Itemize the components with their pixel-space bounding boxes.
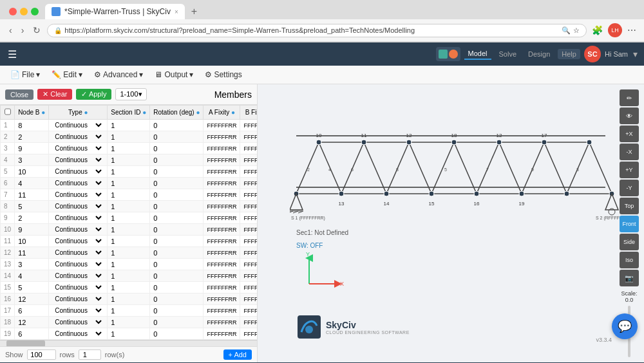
star-icon[interactable]: ☆ <box>573 26 580 35</box>
type-cell[interactable]: Continuous <box>49 189 108 201</box>
type-cell[interactable]: Continuous <box>49 154 108 166</box>
type-select[interactable]: Continuous <box>52 272 104 280</box>
type-cell[interactable]: Continuous <box>49 317 108 328</box>
nodeb-cell: 12 <box>15 317 49 328</box>
tab-design[interactable]: Design <box>524 49 554 59</box>
type-cell[interactable]: Continuous <box>49 305 108 317</box>
type-select[interactable]: Continuous <box>52 306 104 315</box>
type-select[interactable]: Continuous <box>52 260 104 268</box>
settings-btn[interactable]: ⚙ Settings <box>200 68 247 81</box>
bfixity-cell: FFFFFFRR <box>240 120 257 131</box>
forward-btn[interactable]: › <box>19 24 27 37</box>
type-cell[interactable]: Continuous <box>49 166 108 178</box>
type-select[interactable]: Continuous <box>52 167 104 176</box>
minus-y-btn[interactable]: -Y <box>620 180 639 196</box>
svg-point-39 <box>406 140 412 145</box>
side-btn[interactable]: Side <box>620 234 639 250</box>
afixity-cell: FFFFFFRR <box>204 178 240 189</box>
camera-btn[interactable]: 📷 <box>620 270 639 286</box>
type-select[interactable]: Continuous <box>52 318 104 326</box>
top-btn[interactable]: Top <box>620 198 639 214</box>
apply-btn[interactable]: ✓ Apply <box>76 89 111 100</box>
type-cell[interactable]: Continuous <box>49 224 108 236</box>
tab-model[interactable]: Model <box>464 48 491 60</box>
bfixity-cell: FFFFFFRR <box>240 247 257 259</box>
edit-icon: ✏️ <box>52 70 61 79</box>
close-btn[interactable]: Close <box>5 89 33 100</box>
members-table-wrapper[interactable]: Node B ● Type ● Section ID ● Rotation (d… <box>0 105 257 340</box>
nodeb-cell: 10 <box>15 166 49 178</box>
type-cell[interactable]: Continuous <box>49 328 108 340</box>
table-row: 92Continuous10FFFFFFRRFFFFFFRR0,0,0 <box>1 212 258 224</box>
col-type: Type ● <box>49 106 108 120</box>
type-cell[interactable]: Continuous <box>49 259 108 270</box>
edit-menu-btn[interactable]: ✏️ Edit ▾ <box>46 68 88 81</box>
dot-red[interactable] <box>9 8 17 15</box>
type-select[interactable]: Continuous <box>52 330 104 338</box>
type-select[interactable]: Continuous <box>52 156 104 164</box>
type-select[interactable]: Continuous <box>52 283 104 292</box>
plus-y-btn[interactable]: +Y <box>620 162 639 178</box>
rows-per-page-input[interactable]: 100 <box>27 349 56 360</box>
advanced-menu-btn[interactable]: ⚙ Advanced ▾ <box>89 68 148 81</box>
type-cell[interactable]: Continuous <box>49 143 108 154</box>
type-select[interactable]: Continuous <box>52 248 104 257</box>
iso-btn[interactable]: Iso <box>620 252 639 268</box>
menu-btn[interactable]: ⋯ <box>626 24 638 37</box>
refresh-btn[interactable]: ↻ <box>30 24 43 37</box>
type-select[interactable]: Continuous <box>52 295 104 303</box>
horizontal-scrollbar[interactable] <box>0 340 257 346</box>
type-cell[interactable]: Continuous <box>49 282 108 293</box>
type-cell[interactable]: Continuous <box>49 236 108 247</box>
type-select[interactable]: Continuous <box>52 133 104 141</box>
select-all-checkbox[interactable] <box>5 107 11 116</box>
type-cell[interactable]: Continuous <box>49 178 108 189</box>
page-number-input[interactable]: 1 <box>79 349 101 360</box>
range-badge[interactable]: 1-100▾ <box>115 88 146 100</box>
type-cell[interactable]: Continuous <box>49 131 108 143</box>
browser-tab[interactable]: *Simple-Warren-Truss | SkyCiv × <box>45 4 185 19</box>
table-row: 144Continuous10FFFFFFRRFFFFFFRR0,0,0 <box>1 270 258 282</box>
extensions-btn[interactable]: 🧩 <box>591 24 604 37</box>
chat-btn[interactable]: 💬 <box>612 313 638 339</box>
type-cell[interactable]: Continuous <box>49 120 108 131</box>
type-cell[interactable]: Continuous <box>49 201 108 212</box>
profile-btn[interactable]: LH <box>608 23 622 37</box>
eye-btn[interactable]: 👁 <box>620 107 639 124</box>
minus-x-btn[interactable]: -X <box>620 144 639 160</box>
type-select[interactable]: Continuous <box>52 237 104 245</box>
type-cell[interactable]: Continuous <box>49 293 108 305</box>
type-select[interactable]: Continuous <box>52 202 104 210</box>
afixity-cell: FFFFFFRR <box>204 270 240 282</box>
hamburger-btn[interactable]: ☰ <box>5 47 19 62</box>
file-menu-btn[interactable]: 📄 File ▾ <box>5 68 45 81</box>
type-select[interactable]: Continuous <box>52 121 104 129</box>
plus-x-btn[interactable]: +X <box>620 126 639 142</box>
afixity-cell: FFFFFFRR <box>204 317 240 328</box>
type-cell[interactable]: Continuous <box>49 247 108 259</box>
svg-point-30 <box>339 191 344 196</box>
tab-solve[interactable]: Solve <box>495 49 521 59</box>
type-cell[interactable]: Continuous <box>49 270 108 282</box>
pencil-btn[interactable]: ✏ <box>620 89 639 106</box>
header-chevron[interactable]: ▾ <box>632 48 639 60</box>
type-select[interactable]: Continuous <box>52 179 104 187</box>
type-select[interactable]: Continuous <box>52 214 104 222</box>
type-cell[interactable]: Continuous <box>49 212 108 224</box>
type-select[interactable]: Continuous <box>52 225 104 234</box>
tab-close-btn[interactable]: × <box>175 8 178 15</box>
front-btn[interactable]: Front <box>620 216 639 232</box>
back-btn[interactable]: ‹ <box>6 24 15 37</box>
dot-green[interactable] <box>31 8 39 15</box>
add-row-btn[interactable]: + Add <box>223 349 252 360</box>
new-tab-btn[interactable]: + <box>187 6 201 17</box>
type-select[interactable]: Continuous <box>52 144 104 153</box>
dot-yellow[interactable] <box>20 8 28 15</box>
table-row: 18Continuous10FFFFFFRRFFFFFFRR0,0,0 <box>1 120 258 131</box>
help-btn[interactable]: Help <box>558 49 580 59</box>
output-menu-btn[interactable]: 🖥 Output ▾ <box>149 68 198 81</box>
avatar[interactable]: SC <box>584 46 601 62</box>
address-bar[interactable]: 🔒 https://platform.skyciv.com/structural… <box>47 24 587 37</box>
clear-btn[interactable]: ✕ Clear <box>37 89 72 100</box>
type-select[interactable]: Continuous <box>52 191 104 199</box>
